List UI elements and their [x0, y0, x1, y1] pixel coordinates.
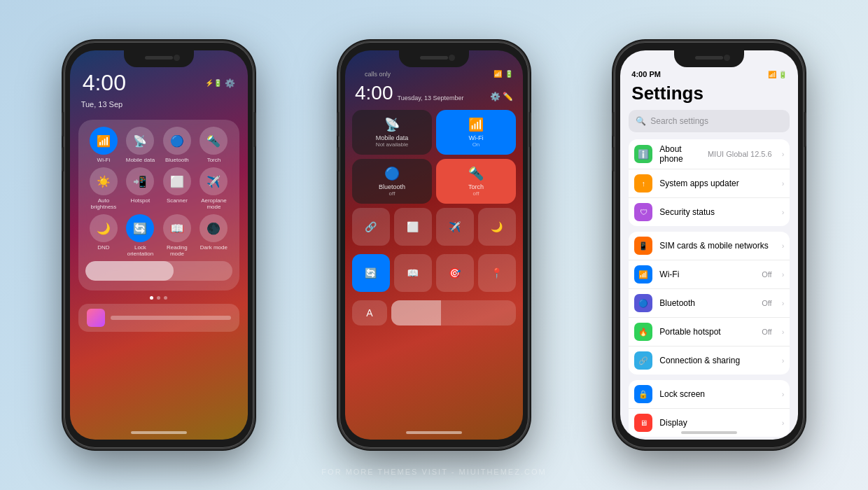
torch-tile-status: off	[473, 190, 479, 197]
rotate-label: Lock orientation	[122, 244, 158, 257]
brightness-tile-2[interactable]	[391, 300, 516, 326]
mobile-ctrl[interactable]: 📡 Mobile data	[122, 127, 158, 163]
font-tile[interactable]: A	[352, 300, 387, 326]
wifi-ctrl-icon: 📶	[90, 127, 118, 155]
battery-s-icon: 🔋	[778, 71, 787, 78]
read-tile[interactable]: 📖	[394, 254, 432, 292]
hotspot-settings-icon: 🔥	[634, 323, 652, 341]
search-bar[interactable]: 🔍 Search settings	[629, 110, 790, 132]
screen-tile[interactable]: ⬜	[394, 208, 432, 246]
sim-networks-icon: 📱	[634, 237, 652, 255]
brightness-label: Auto brightness	[85, 197, 122, 210]
security-status-label: Security status	[659, 207, 771, 217]
brightness-ctrl[interactable]: ☀️ Auto brightness	[85, 167, 122, 210]
brightness-slider[interactable]	[85, 261, 232, 281]
lock-screen-item[interactable]: 🔒 Lock screen ›	[629, 380, 790, 409]
dnd-ctrl[interactable]: 🌙 DND	[85, 214, 122, 257]
bt-tile-status: off	[389, 190, 396, 197]
hotspot-settings-label: Portable hotspot	[659, 327, 755, 337]
home-bar-3[interactable]	[681, 431, 737, 434]
about-phone-value: MIUI Global 12.5.6	[708, 150, 772, 158]
calls-only-label: calls only	[355, 71, 391, 78]
page-dots	[70, 296, 248, 300]
wifi-status-icon: 📶	[493, 70, 502, 78]
conn-sharing-item[interactable]: 🔗 Connection & sharing ›	[629, 346, 790, 374]
security-status-item[interactable]: 🛡 Security status ›	[629, 198, 790, 226]
bluetooth-ctrl[interactable]: 🔵 Bluetooth	[159, 127, 195, 163]
phone2-time: 4:00	[355, 82, 393, 104]
bluetooth-settings-icon: 🔵	[634, 294, 652, 312]
hotspot-ctrl[interactable]: 📲 Hotspot	[122, 167, 158, 210]
hotspot-settings-arrow: ›	[782, 328, 785, 336]
wifi-s-icon: 📶	[768, 71, 776, 78]
phone2-small-grid: 🔗 ⬜ ✈️ 🌙	[345, 204, 523, 250]
settings-icon: ⚙️	[225, 78, 235, 88]
mobile-data-label: Mobile data	[376, 134, 409, 141]
wifi-settings-arrow: ›	[782, 270, 785, 279]
about-phone-item[interactable]: ℹ️ About phone MIUI Global 12.5.6 ›	[629, 139, 790, 169]
security-status-arrow: ›	[782, 208, 785, 216]
airplane-icon: ✈️	[200, 167, 227, 195]
bottom-controls-row: A	[345, 296, 523, 330]
darkmode-ctrl[interactable]: 🌑 Dark mode	[195, 214, 232, 257]
orient-tile[interactable]: 🔄	[352, 254, 390, 292]
bt-ctrl-icon: 🔵	[163, 127, 191, 155]
mobile-data-tile[interactable]: 📡 Mobile data Not available	[352, 110, 432, 155]
link-tile[interactable]: 🔗	[352, 208, 390, 246]
phone1-time: 4:00	[83, 70, 126, 96]
rotate-ctrl[interactable]: 🔄 Lock orientation	[122, 214, 158, 257]
bluetooth-item[interactable]: 🔵 Bluetooth Off ›	[629, 289, 790, 318]
wifi-item[interactable]: 📶 Wi-Fi Off ›	[629, 260, 790, 289]
sim-networks-item[interactable]: 📱 SIM cards & mobile networks ›	[629, 232, 790, 260]
moon-tile[interactable]: 🌙	[478, 208, 516, 246]
wifi-tile[interactable]: 📶 Wi-Fi On	[436, 110, 516, 155]
camera-3	[724, 55, 730, 61]
notch-2	[399, 50, 469, 67]
lock-screen-arrow: ›	[782, 390, 785, 398]
wifi-settings-label: Wi-Fi	[659, 270, 755, 279]
scanner-ctrl[interactable]: ⬜ Scanner	[159, 167, 195, 210]
camera-2	[449, 55, 455, 61]
track-info	[111, 316, 231, 320]
bluetooth-settings-label: Bluetooth	[659, 298, 755, 308]
darkmode-label: Dark mode	[200, 244, 227, 251]
scanner-label: Scanner	[167, 197, 188, 204]
home-bar-2[interactable]	[406, 431, 462, 434]
torch-ctrl[interactable]: 🔦 Torch	[195, 127, 232, 163]
phone3-time: 4:00 PM	[631, 70, 661, 78]
hotspot-label: Hotspot	[131, 197, 150, 204]
wifi-ctrl[interactable]: 📶 Wi-Fi	[85, 127, 122, 163]
airplane-ctrl[interactable]: ✈️ Aeroplane mode	[195, 167, 232, 210]
sys-updater-label: System apps updater	[659, 178, 771, 188]
notch-3	[674, 50, 744, 67]
plane-tile[interactable]: ✈️	[436, 208, 474, 246]
sys-updater-icon: ↑	[634, 174, 652, 192]
torch-tile[interactable]: 🔦 Torch off	[436, 159, 516, 204]
bt-tile[interactable]: 🔵 Bluetooth off	[352, 159, 432, 204]
bluetooth-settings-value: Off	[762, 299, 771, 307]
airplane-label: Aeroplane mode	[195, 197, 232, 210]
torch-ctrl-icon: 🔦	[200, 127, 227, 155]
phone2-icons: ⚙️ ✏️	[490, 92, 513, 104]
control-row-2: ☀️ Auto brightness 📲 Hotspot ⬜ Scanner ✈…	[85, 167, 232, 210]
target-tile[interactable]: 🎯	[436, 254, 474, 292]
hotspot-item[interactable]: 🔥 Portable hotspot Off ›	[629, 318, 790, 346]
display-settings-icon: 🖥	[634, 414, 652, 432]
settings-title: Settings	[620, 81, 798, 110]
sys-updater-item[interactable]: ↑ System apps updater ›	[629, 169, 790, 198]
dnd-icon: 🌙	[90, 214, 118, 242]
speaker-1	[145, 56, 173, 59]
wifi-tile-status: On	[472, 141, 480, 148]
home-bar-1[interactable]	[131, 431, 187, 434]
search-placeholder: Search settings	[650, 116, 708, 126]
album-art	[87, 309, 105, 327]
torch-tile-label: Torch	[468, 183, 484, 190]
reading-ctrl[interactable]: 📖 Reading mode	[159, 214, 195, 257]
speaker-3	[695, 56, 723, 59]
nav-tile[interactable]: 📍	[478, 254, 516, 292]
phone2-time-row: 4:00 Tuesday, 13 September ⚙️ ✏️	[345, 80, 523, 110]
about-phone-arrow: ›	[782, 150, 785, 158]
bt-tile-label: Bluetooth	[379, 183, 405, 190]
brightness-fill	[85, 261, 174, 281]
display-settings-label: Display	[659, 418, 771, 428]
